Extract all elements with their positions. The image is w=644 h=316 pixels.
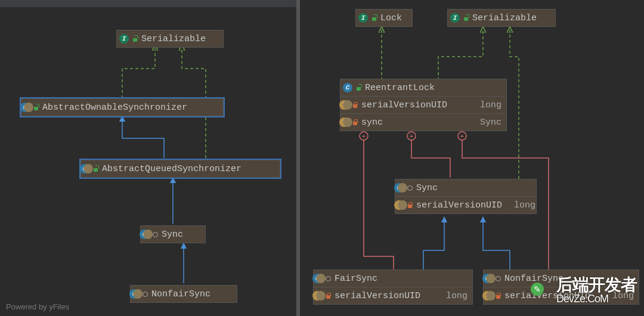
dot-icon xyxy=(153,232,158,237)
watermark: 后端开发者 DevZe.CoM xyxy=(556,274,637,305)
gear-icon xyxy=(486,274,496,283)
gear-icon xyxy=(343,117,352,127)
footer-credit: Powered by yFiles xyxy=(6,302,69,311)
dot-icon xyxy=(407,185,413,191)
gear-icon xyxy=(398,200,407,210)
field-type: long xyxy=(506,200,535,210)
dot-icon xyxy=(326,276,331,281)
class-name: ReentrantLock xyxy=(365,83,501,93)
svg-text:+: + xyxy=(460,132,464,140)
gear-icon xyxy=(486,291,496,300)
gear-icon xyxy=(316,291,326,300)
unlock-icon xyxy=(33,104,39,111)
class-name: Sync xyxy=(162,230,200,240)
node-sync-r[interactable]: C Sync f serialVersionUID long xyxy=(395,179,537,214)
node-lock[interactable]: I Lock xyxy=(355,9,413,27)
right-connectors: + + + xyxy=(298,0,644,316)
unlock-icon xyxy=(93,166,98,172)
class-name: Serializable xyxy=(472,13,550,23)
svg-point-4 xyxy=(458,132,466,140)
gear-icon xyxy=(398,183,407,193)
field-name: serialVersionUID xyxy=(361,100,468,110)
unlock-icon xyxy=(463,15,469,21)
field-name: serialVersionUID xyxy=(335,291,434,301)
field-type: long xyxy=(438,291,467,301)
unlock-icon xyxy=(371,15,377,21)
node-aqs[interactable]: C AbstractQueuedSynchronizer xyxy=(80,160,280,178)
class-name: Serializable xyxy=(141,34,218,44)
dot-icon xyxy=(496,276,501,281)
class-icon: C xyxy=(343,83,352,92)
svg-point-2 xyxy=(407,132,416,140)
field-type: long xyxy=(472,100,501,110)
class-name: AbstractOwnableSynchronizer xyxy=(42,103,218,113)
svg-text:+: + xyxy=(410,132,413,140)
field-name: sync xyxy=(361,117,468,128)
gear-icon xyxy=(133,289,143,299)
node-reentrantlock[interactable]: C ReentrantLock f serialVersionUID long … xyxy=(340,79,507,131)
lock-icon xyxy=(407,202,413,209)
lock-icon xyxy=(326,293,331,299)
watermark-line2: DevZe.CoM xyxy=(556,293,637,305)
tab-bar xyxy=(0,0,298,7)
gear-icon xyxy=(83,164,93,174)
unlock-icon xyxy=(356,85,361,91)
gear-icon xyxy=(343,100,352,110)
lock-icon xyxy=(352,102,358,109)
node-fairsync[interactable]: C FairSync f serialVersionUID long xyxy=(313,269,473,305)
svg-text:+: + xyxy=(362,132,366,140)
class-name: NonfairSync xyxy=(151,289,232,299)
node-serializable[interactable]: I Serializable xyxy=(116,30,224,48)
class-name: AbstractQueuedSynchronizer xyxy=(102,164,275,174)
class-name: FairSync xyxy=(335,274,467,284)
watermark-icon: ✎ xyxy=(531,283,544,296)
lock-icon xyxy=(496,293,501,299)
gear-icon xyxy=(316,274,326,283)
node-aos[interactable]: C AbstractOwnableSynchronizer xyxy=(21,98,224,116)
field-type: Sync xyxy=(472,117,501,128)
interface-icon: I xyxy=(450,13,460,23)
class-name: Lock xyxy=(380,13,407,23)
watermark-line1: 后端开发者 xyxy=(556,275,637,294)
field-name: serialVersionUID xyxy=(416,200,502,210)
interface-icon: I xyxy=(119,34,129,44)
lock-icon xyxy=(352,119,358,126)
node-nonfairsync[interactable]: C NonfairSync xyxy=(130,285,237,303)
node-serializable-r[interactable]: I Serializable xyxy=(447,9,556,27)
unlock-icon xyxy=(132,36,138,42)
dot-icon xyxy=(143,292,148,297)
interface-icon: I xyxy=(358,13,368,23)
gear-icon xyxy=(24,103,33,112)
gear-icon xyxy=(143,230,153,239)
class-name: Sync xyxy=(416,183,531,193)
node-sync[interactable]: C Sync xyxy=(140,225,206,243)
svg-point-0 xyxy=(360,132,368,140)
